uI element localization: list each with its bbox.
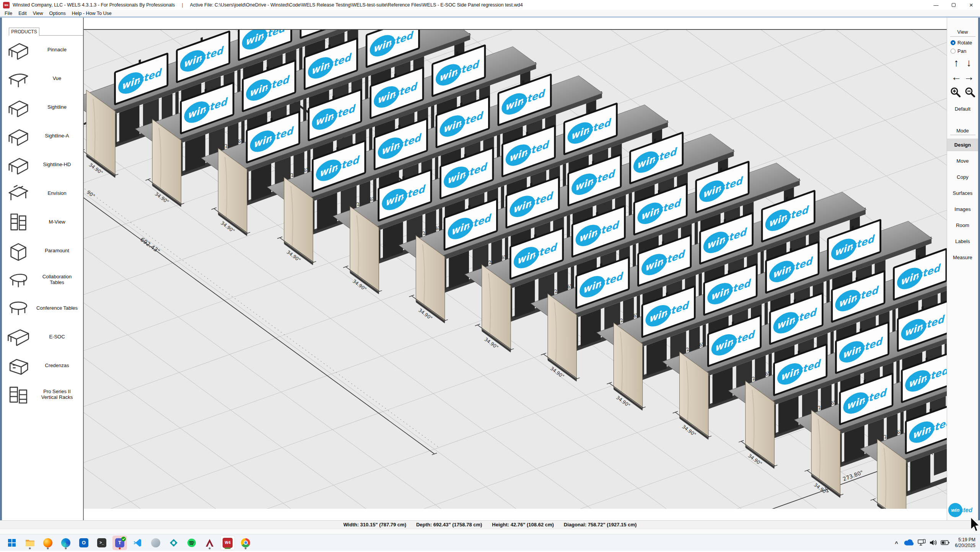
rotate-radio[interactable] xyxy=(951,40,956,45)
window-controls: — ✕ xyxy=(927,0,980,10)
onedrive-icon[interactable] xyxy=(904,539,914,546)
pan-radio[interactable] xyxy=(951,49,956,54)
zoom-out-icon[interactable] xyxy=(965,87,975,98)
mode-copy[interactable]: Copy xyxy=(947,171,978,183)
design-canvas[interactable]: 692.43"90°273.80"310.15"winstedwinstedwi… xyxy=(84,29,947,509)
credenza-icon xyxy=(2,355,35,377)
taskbar-app-maroon[interactable] xyxy=(202,536,217,550)
battery-icon[interactable] xyxy=(941,540,949,545)
menu-file[interactable]: File xyxy=(2,11,15,16)
taskbar-spotify[interactable] xyxy=(184,536,199,550)
start-icon xyxy=(8,539,16,547)
product-item-e-soc[interactable]: E-SOC xyxy=(2,323,83,351)
desk-console-icon xyxy=(2,125,35,147)
system-tray: ^ xyxy=(895,537,975,549)
file-explorer-icon xyxy=(25,539,35,547)
attention-indicator xyxy=(119,547,121,549)
design-scene[interactable]: 692.43"90°273.80"310.15"winstedwinstedwi… xyxy=(84,30,947,509)
product-item-pinnacle[interactable]: Pinnacle xyxy=(2,36,83,64)
chrome-icon xyxy=(241,538,250,547)
mode-labels[interactable]: Labels xyxy=(947,235,978,248)
product-label: Envision xyxy=(35,191,83,196)
title-bar: W4 Winsted Company, LLC - WELS 4.3.1.3 -… xyxy=(0,0,980,10)
product-item-paramount[interactable]: Paramount xyxy=(2,237,83,265)
product-item-sightline-a[interactable]: Sightline-A xyxy=(2,122,83,150)
close-button[interactable]: ✕ xyxy=(962,0,980,10)
product-item-vue[interactable]: Vue xyxy=(2,64,83,93)
title-separator: | xyxy=(182,2,183,8)
main-area: PRODUCTS PinnacleVueSightlineSightline-A… xyxy=(0,18,980,520)
taskbar-outlook[interactable]: O xyxy=(77,536,91,550)
network-icon[interactable] xyxy=(918,539,926,546)
product-item-sightline[interactable]: Sightline xyxy=(2,93,83,122)
taskbar-chrome[interactable] xyxy=(238,536,253,550)
menu-edit[interactable]: Edit xyxy=(15,11,30,16)
taskbar-firefox[interactable] xyxy=(41,536,55,550)
app-gray-icon xyxy=(151,538,160,547)
arrow-right-icon[interactable]: → xyxy=(963,72,975,82)
taskbar-teams[interactable]: T xyxy=(112,536,127,550)
vscode-icon xyxy=(133,538,142,547)
maximize-icon xyxy=(952,3,956,7)
tab-products[interactable]: PRODUCTS xyxy=(9,28,39,36)
mode-header: Mode xyxy=(947,128,978,134)
taskbar-file-explorer[interactable] xyxy=(23,536,37,550)
taskbar-edge[interactable] xyxy=(59,536,73,550)
menu-help[interactable]: Help - How To Use xyxy=(69,11,115,16)
app-maroon-icon xyxy=(205,538,214,547)
zoom-in-icon[interactable] xyxy=(950,87,961,98)
mode-move[interactable]: Move xyxy=(947,155,978,167)
product-item-credenzas[interactable]: Credenzas xyxy=(2,351,83,380)
running-indicator xyxy=(65,547,67,549)
rotate-radio-row[interactable]: Rotate xyxy=(947,40,978,46)
arrow-down-icon[interactable]: ↓ xyxy=(963,58,975,68)
status-height: Height: 42.76" (108.62 cm) xyxy=(492,521,554,529)
tray-chevron-icon[interactable]: ^ xyxy=(895,541,898,547)
arrow-up-icon[interactable]: ↑ xyxy=(950,58,963,68)
pan-label: Pan xyxy=(957,48,966,54)
taskbar-vscode[interactable] xyxy=(130,536,145,550)
clock[interactable]: 5:19 PM 6/20/2025 xyxy=(955,537,975,549)
product-label: M-View xyxy=(35,219,83,225)
product-item-m-view[interactable]: M-View xyxy=(2,208,83,237)
arrow-left-icon[interactable]: ← xyxy=(950,72,963,82)
terminal-icon: >_ xyxy=(97,538,106,547)
product-label: Sightline-A xyxy=(35,133,83,139)
taskbar-terminal[interactable]: >_ xyxy=(94,536,109,550)
status-depth: Depth: 692.43" (1758.78 cm) xyxy=(416,521,482,529)
product-item-conference-tables[interactable]: Conference Tables xyxy=(2,294,83,323)
mode-measure[interactable]: Measure xyxy=(947,251,978,264)
tab-underline xyxy=(39,28,83,36)
mode-design[interactable]: Design xyxy=(947,139,978,151)
mode-surfaces[interactable]: Surfaces xyxy=(947,187,978,199)
wels-w4-icon: W4 xyxy=(223,538,233,548)
taskbar-app-gray[interactable] xyxy=(148,536,163,550)
minimize-button[interactable]: — xyxy=(927,0,945,10)
teams-icon: T xyxy=(115,538,124,547)
maximize-button[interactable] xyxy=(945,0,962,10)
taskbar-app-teal[interactable] xyxy=(166,536,181,550)
product-label: Paramount xyxy=(35,248,83,254)
product-item-sightline-hd[interactable]: Sightline-HD xyxy=(2,150,83,179)
menu-options[interactable]: Options xyxy=(46,11,69,16)
default-button[interactable]: Default xyxy=(947,106,978,112)
mode-images[interactable]: Images xyxy=(947,203,978,216)
volume-icon[interactable] xyxy=(929,539,937,546)
product-label: Sightline-HD xyxy=(35,162,83,168)
product-item-envision[interactable]: Envision xyxy=(2,179,83,208)
active-indicator xyxy=(225,547,231,549)
outlook-icon: O xyxy=(79,538,88,547)
teams-check-badge xyxy=(121,537,126,541)
window-title: Winsted Company, LLC - WELS 4.3.1.3 - Fo… xyxy=(13,2,175,8)
product-item-collaboration-tables[interactable]: Collaboration Tables xyxy=(2,265,83,294)
taskbar-start[interactable] xyxy=(5,536,19,550)
zoom-buttons xyxy=(947,87,978,98)
product-label: Pinnacle xyxy=(35,47,83,53)
desk-console-icon xyxy=(2,39,35,61)
product-item-pro-series-ii-vertical-racks[interactable]: Pro Series II Vertical Racks xyxy=(2,380,83,409)
desk-console-icon xyxy=(2,154,35,176)
mode-room[interactable]: Room xyxy=(947,219,978,232)
menu-view[interactable]: View xyxy=(30,11,46,16)
taskbar-wels-w4[interactable]: W4 xyxy=(220,536,235,550)
pan-radio-row[interactable]: Pan xyxy=(947,48,978,54)
